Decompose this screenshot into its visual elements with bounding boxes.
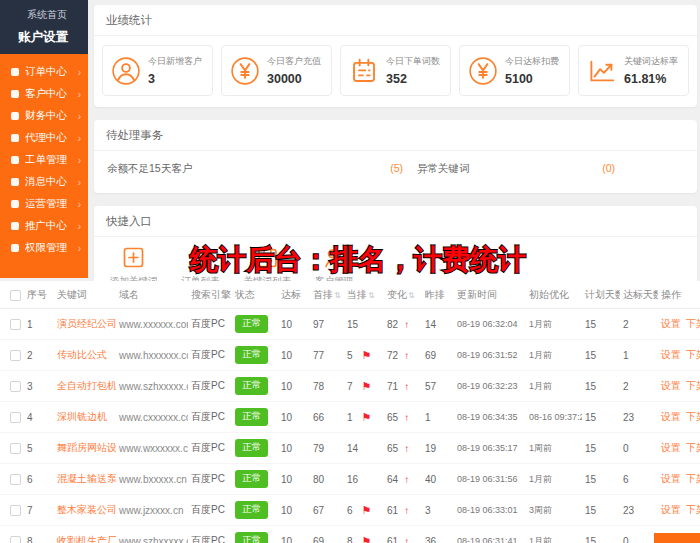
- pending-count[interactable]: (5): [390, 162, 403, 176]
- performance-card: 业绩统计 今日新增客户 3 今日客户充值 30000: [94, 5, 697, 107]
- sidebar-item-system-home[interactable]: 系统首页: [0, 5, 88, 24]
- cell-yesterday-rank: 14: [422, 309, 454, 340]
- sidebar-item-agent[interactable]: 代理中心›: [0, 127, 88, 149]
- offline-link[interactable]: 下架: [686, 473, 700, 484]
- sidebar-item-account-settings[interactable]: 账户设置: [0, 24, 88, 47]
- offline-link[interactable]: 下架: [686, 318, 700, 329]
- cell-first-rank: 66: [310, 402, 344, 433]
- stat-label: 今日下单词数: [386, 55, 440, 68]
- cell-change: 72: [387, 350, 398, 361]
- offline-link[interactable]: 下架: [686, 411, 700, 422]
- row-checkbox[interactable]: [10, 350, 21, 361]
- sidebar-item-customer[interactable]: 客户中心›: [0, 83, 88, 105]
- cell-reach-days: 0: [620, 526, 658, 543]
- pending-item-abnormal-keywords[interactable]: 异常关键词 (0): [417, 162, 615, 176]
- status-badge: 正常: [235, 532, 268, 543]
- stat-order-words[interactable]: 今日下单词数 352: [340, 45, 451, 96]
- floating-button[interactable]: [654, 533, 700, 543]
- settings-link[interactable]: 设置: [661, 411, 681, 422]
- sort-icon[interactable]: ⇅: [334, 291, 341, 300]
- cell-domain: www.cxxxxxx.com: [116, 402, 188, 433]
- stat-label: 关键词达标率: [624, 55, 678, 68]
- keyword-link[interactable]: 深圳铣边机: [57, 411, 107, 422]
- up-arrow-icon: ↑: [404, 319, 409, 330]
- stat-reach-rate[interactable]: 关键词达标率 61.81%: [578, 45, 689, 96]
- calendar-icon: [349, 56, 379, 86]
- row-checkbox[interactable]: [10, 505, 21, 516]
- sidebar-item-order[interactable]: 订单中心›: [0, 61, 88, 83]
- column-header: 状态: [232, 281, 278, 309]
- cell-initial-opt: 1月前: [526, 464, 582, 495]
- sidebar-item-promotion[interactable]: 推广中心›: [0, 215, 88, 237]
- cell-plan-days: 15: [582, 526, 620, 543]
- cell-current-rank: 8: [347, 536, 353, 543]
- cell-engine: 百度PC: [188, 464, 232, 495]
- keyword-link[interactable]: 全自动打包机: [57, 380, 116, 391]
- offline-link[interactable]: 下架: [686, 504, 700, 515]
- sort-icon[interactable]: ⇅: [368, 291, 375, 300]
- stat-recharge[interactable]: 今日客户充值 30000: [221, 45, 332, 96]
- cell-change: 65: [387, 412, 398, 423]
- chevron-right-icon: ›: [78, 89, 81, 100]
- settings-link[interactable]: 设置: [661, 504, 681, 515]
- sidebar-item-permission[interactable]: 权限管理›: [0, 237, 88, 259]
- chevron-right-icon: ›: [78, 133, 81, 144]
- row-checkbox[interactable]: [10, 412, 21, 423]
- settings-link[interactable]: 设置: [661, 318, 681, 329]
- cell-no: 3: [24, 371, 54, 402]
- offline-link[interactable]: 下架: [686, 349, 700, 360]
- chevron-right-icon: ›: [78, 177, 81, 188]
- keyword-link[interactable]: 混凝土输送泵车: [57, 473, 116, 484]
- promotion-icon: [11, 222, 19, 230]
- sidebar-item-label: 财务中心: [25, 109, 78, 123]
- settings-link[interactable]: 设置: [661, 349, 681, 360]
- stat-new-customers[interactable]: 今日新增客户 3: [102, 45, 213, 96]
- select-all-checkbox[interactable]: [10, 290, 21, 301]
- column-header[interactable]: 首排⇅: [310, 281, 344, 309]
- keyword-link[interactable]: 整木家装公司: [57, 504, 116, 515]
- stat-label: 今日达标扣费: [505, 55, 559, 68]
- row-checkbox[interactable]: [10, 443, 21, 454]
- keyword-link[interactable]: 传动比公式: [57, 349, 107, 360]
- select-all-header: [0, 281, 24, 309]
- column-header[interactable]: 变化⇅: [384, 281, 422, 309]
- column-header: 操作: [658, 281, 700, 309]
- message-icon: [11, 178, 19, 186]
- settings-link[interactable]: 设置: [661, 473, 681, 484]
- sidebar-item-workorder[interactable]: 工单管理›: [0, 149, 88, 171]
- column-header: 昨排: [422, 281, 454, 309]
- cell-target: 10: [278, 402, 310, 433]
- cell-change: 65: [387, 443, 398, 454]
- pending-count[interactable]: (0): [602, 162, 615, 176]
- sidebar-item-operation[interactable]: 运营管理›: [0, 193, 88, 215]
- sort-icon[interactable]: ⇅: [408, 291, 415, 300]
- row-checkbox[interactable]: [10, 474, 21, 485]
- stat-label: 今日新增客户: [148, 55, 202, 68]
- row-checkbox[interactable]: [10, 381, 21, 392]
- table-row: 3 全自动打包机 www.szhxxxxx.com 百度PC 正常 10 78 …: [0, 371, 700, 402]
- up-arrow-icon: ↑: [404, 350, 409, 361]
- finance-icon: [11, 112, 19, 120]
- cell-target: 10: [278, 433, 310, 464]
- up-arrow-icon: ↑: [404, 443, 409, 454]
- pending-item-low-balance[interactable]: 余额不足15天客户 (5): [107, 162, 403, 176]
- offline-link[interactable]: 下架: [686, 380, 700, 391]
- cell-current-rank: 16: [347, 474, 358, 485]
- keyword-link[interactable]: 舞蹈房网站设计: [57, 442, 116, 453]
- keyword-link[interactable]: 收割机生产厂家: [57, 535, 116, 543]
- cell-initial-opt: 1月前: [526, 309, 582, 340]
- settings-link[interactable]: 设置: [661, 442, 681, 453]
- settings-link[interactable]: 设置: [661, 380, 681, 391]
- sidebar-item-label: 权限管理: [25, 241, 78, 255]
- stat-deduction[interactable]: 今日达标扣费 5100: [459, 45, 570, 96]
- row-checkbox[interactable]: [10, 536, 21, 543]
- cell-change: 71: [387, 381, 398, 392]
- sidebar-item-message[interactable]: 消息中心›: [0, 171, 88, 193]
- column-header[interactable]: 当排⇅: [344, 281, 384, 309]
- offline-link[interactable]: 下架: [686, 442, 700, 453]
- column-header: 达标: [278, 281, 310, 309]
- keyword-link[interactable]: 演员经纪公司: [57, 318, 116, 329]
- row-checkbox[interactable]: [10, 319, 21, 330]
- stat-value: 30000: [267, 72, 321, 86]
- sidebar-item-finance[interactable]: 财务中心›: [0, 105, 88, 127]
